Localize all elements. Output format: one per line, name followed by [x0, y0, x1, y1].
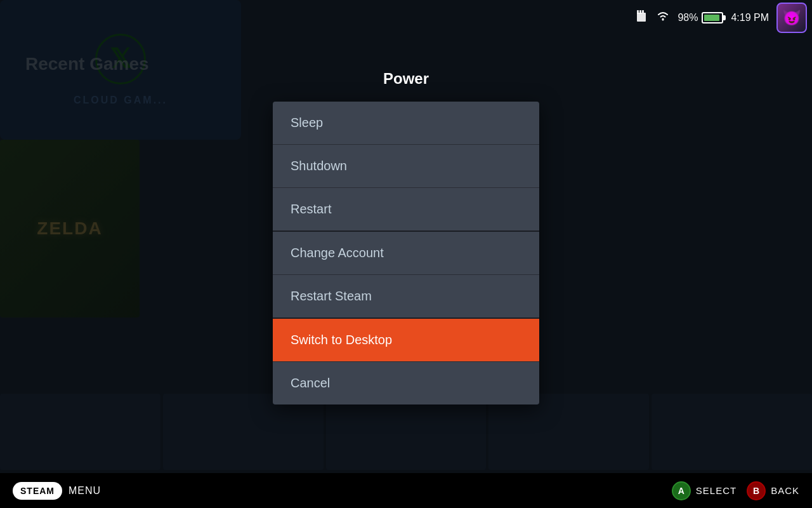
battery-container: 98%: [678, 12, 723, 23]
user-avatar[interactable]: 😈: [776, 3, 807, 33]
menu-item-shutdown[interactable]: Shutdown: [273, 145, 539, 188]
svg-rect-0: [637, 13, 646, 22]
menu-item-sleep[interactable]: Sleep: [273, 102, 539, 145]
select-action[interactable]: A SELECT: [672, 481, 737, 500]
battery-fill: [704, 15, 719, 21]
bottom-right-actions: A SELECT B BACK: [672, 481, 799, 500]
time-display: 4:19 PM: [731, 12, 769, 23]
svg-rect-2: [639, 10, 641, 14]
wifi-icon: [656, 10, 670, 25]
b-button-icon: B: [747, 481, 766, 500]
avatar-emoji: 😈: [782, 9, 801, 27]
battery-percent: 98%: [678, 12, 698, 23]
menu-item-change-account[interactable]: Change Account: [273, 232, 539, 275]
bottom-bar: STEAM MENU A SELECT B BACK: [0, 473, 812, 508]
sd-card-icon: [634, 9, 648, 26]
steam-menu-button[interactable]: STEAM MENU: [13, 482, 101, 500]
battery-icon: [702, 12, 723, 23]
a-button-icon: A: [672, 481, 691, 500]
steam-badge: STEAM: [13, 482, 62, 500]
select-label: SELECT: [696, 485, 737, 496]
a-label: A: [678, 486, 684, 496]
menu-label: MENU: [69, 485, 101, 497]
power-dialog-title: Power: [383, 70, 429, 88]
power-menu: SleepShutdownRestartChange AccountRestar…: [273, 102, 539, 404]
b-label: B: [753, 486, 759, 496]
back-label: BACK: [771, 485, 799, 496]
svg-rect-1: [637, 10, 639, 14]
svg-point-4: [662, 19, 664, 21]
svg-rect-3: [642, 10, 644, 13]
menu-item-restart-steam[interactable]: Restart Steam: [273, 275, 539, 319]
menu-item-cancel[interactable]: Cancel: [273, 362, 539, 404]
menu-item-restart[interactable]: Restart: [273, 188, 539, 232]
back-action[interactable]: B BACK: [747, 481, 799, 500]
menu-item-switch-desktop[interactable]: Switch to Desktop: [273, 319, 539, 362]
status-bar: 98% 4:19 PM 😈: [634, 0, 812, 35]
